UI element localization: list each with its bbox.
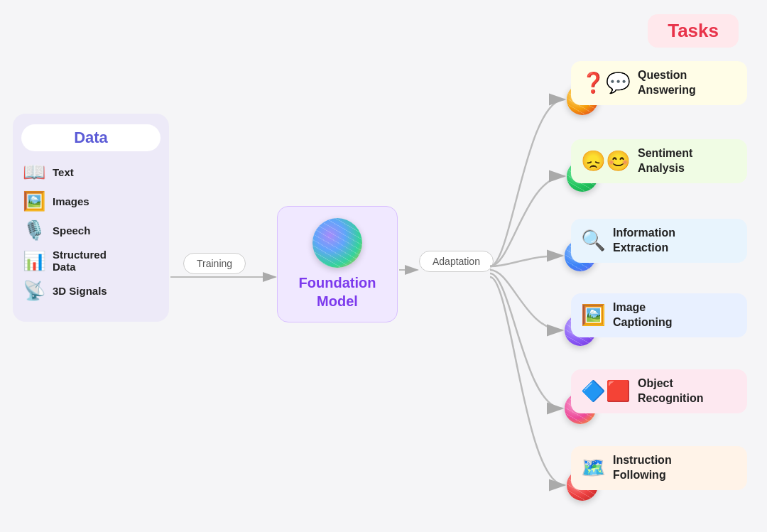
data-item-speech: 🎙️ Speech: [21, 219, 161, 241]
if-label: InstructionFollowing: [613, 453, 672, 483]
text-icon: 📖: [21, 161, 47, 183]
foundation-model-title: FoundationModel: [285, 273, 390, 310]
sentiment-label: SentimentAnalysis: [638, 146, 692, 176]
task-box-sentiment: 😞😊 SentimentAnalysis: [571, 139, 747, 183]
ie-icon: 🔍: [581, 229, 606, 252]
qa-label: QuestionAnswering: [638, 68, 696, 98]
or-label: ObjectRecognition: [638, 376, 703, 406]
structured-icon: 📊: [21, 250, 47, 272]
or-icon: 🔷🟥: [581, 379, 631, 403]
foundation-sphere: [312, 218, 362, 268]
data-item-3d: 📡 3D Signals: [21, 280, 161, 302]
speech-label: Speech: [53, 224, 90, 237]
data-section: Data 📖 Text 🖼️ Images 🎙️ Speech 📊 Struct…: [13, 114, 169, 322]
adaptation-label: Adaptation: [419, 251, 494, 272]
data-item-images: 🖼️ Images: [21, 190, 161, 212]
task-box-qa: ❓💬 QuestionAnswering: [571, 61, 747, 105]
images-icon: 🖼️: [21, 190, 47, 212]
task-box-ie: 🔍 InformationExtraction: [571, 219, 747, 263]
data-title: Data: [74, 129, 108, 146]
ie-label: InformationExtraction: [613, 226, 675, 256]
images-label: Images: [53, 195, 89, 207]
ic-label: ImageCaptioning: [613, 300, 673, 330]
tasks-title: Tasks: [668, 20, 719, 41]
structured-label: StructuredData: [53, 249, 107, 273]
data-item-text: 📖 Text: [21, 161, 161, 183]
task-box-ic: 🖼️ ImageCaptioning: [571, 293, 747, 337]
data-item-structured: 📊 StructuredData: [21, 249, 161, 273]
ic-icon: 🖼️: [581, 303, 606, 327]
if-icon: 🗺️: [581, 456, 606, 479]
speech-icon: 🎙️: [21, 219, 47, 241]
text-label: Text: [53, 166, 74, 178]
foundation-model-box: FoundationModel: [277, 206, 398, 322]
tasks-title-box: Tasks: [648, 14, 739, 48]
training-label: Training: [183, 253, 246, 274]
sentiment-icon: 😞😊: [581, 149, 631, 173]
task-box-or: 🔷🟥 ObjectRecognition: [571, 369, 747, 413]
3d-label: 3D Signals: [53, 285, 107, 297]
3d-icon: 📡: [21, 280, 47, 302]
qa-icon: ❓💬: [581, 71, 631, 94]
data-title-box: Data: [21, 124, 161, 151]
task-box-if: 🗺️ InstructionFollowing: [571, 446, 747, 490]
